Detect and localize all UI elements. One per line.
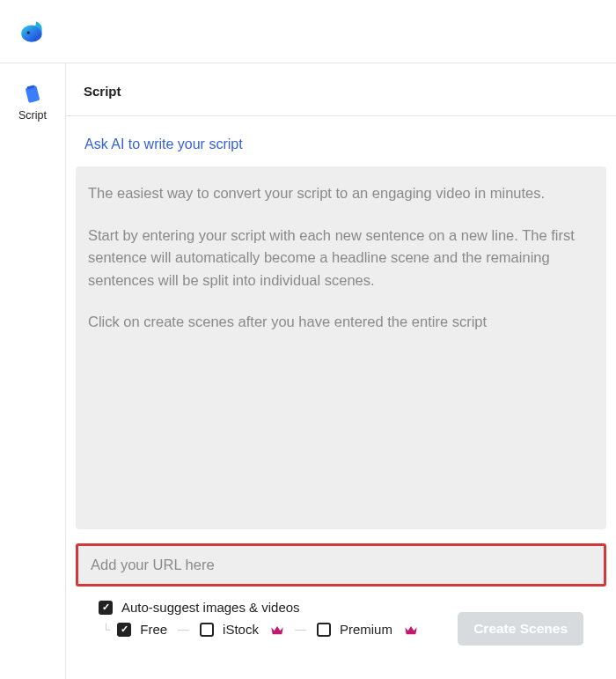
content-header: Script [66,63,616,116]
url-input[interactable] [78,546,604,584]
create-scenes-button[interactable]: Create Scenes [458,612,583,646]
sidebar-item-label: Script [18,109,47,122]
premium-checkbox[interactable] [317,623,331,637]
crown-icon [404,624,418,636]
separator: — [176,623,191,636]
script-placeholder-line: Start by entering your script with each … [88,225,594,292]
istock-checkbox[interactable] [200,623,214,637]
page-title: Script [84,84,616,99]
free-label: Free [140,622,167,637]
script-textarea[interactable]: The easiest way to convert your script t… [76,166,606,529]
tree-branch-icon: └ [102,623,110,636]
script-placeholder-line: Click on create scenes after you have en… [88,311,594,334]
script-icon [21,83,44,106]
auto-suggest-label: Auto-suggest images & videos [121,600,300,615]
crown-icon [270,624,284,636]
ask-ai-link[interactable]: Ask AI to write your script [76,131,606,166]
svg-point-1 [27,31,30,33]
script-placeholder-line: The easiest way to convert your script t… [88,182,594,205]
app-logo-icon [18,17,48,47]
sidebar-item-script[interactable]: Script [18,83,47,122]
istock-label: iStock [223,622,259,637]
url-input-container [76,543,606,587]
separator: — [293,623,308,636]
sidebar: Script [0,63,66,679]
auto-suggest-checkbox[interactable] [99,601,113,615]
free-checkbox[interactable] [117,623,131,637]
premium-label: Premium [340,622,392,637]
